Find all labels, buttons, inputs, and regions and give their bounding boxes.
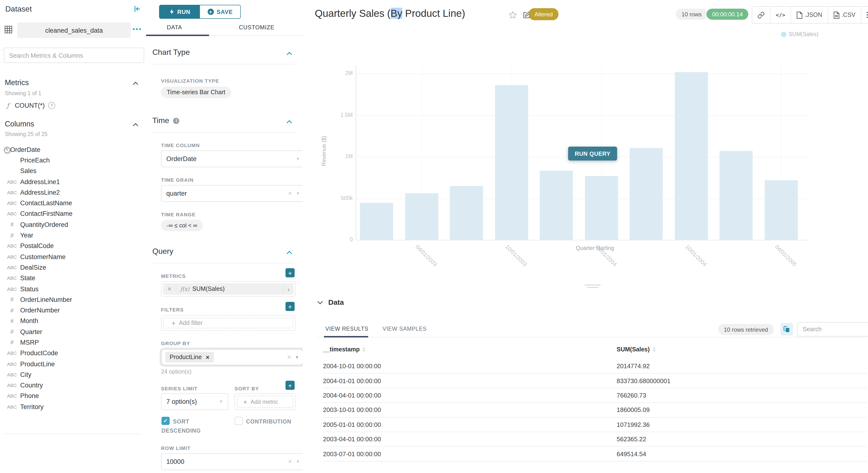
embed-code-button[interactable]: </> xyxy=(770,7,791,23)
column-list-item[interactable]: #OrderNumber xyxy=(4,305,141,316)
altered-badge[interactable]: Altered xyxy=(529,8,558,20)
export-csv-button[interactable]: .CSV xyxy=(828,7,861,23)
data-collapse-icon[interactable] xyxy=(317,301,323,305)
search-metrics-columns-input[interactable] xyxy=(4,48,144,63)
copy-link-button[interactable] xyxy=(752,7,770,23)
clear-icon[interactable]: ✕ xyxy=(287,354,291,360)
group-by-select[interactable]: ProductLine ✕ ✕ ▼ xyxy=(161,349,303,365)
column-list-item[interactable]: ABCAddressLine1 xyxy=(4,177,141,187)
query-collapse-icon[interactable] xyxy=(286,250,292,254)
column-list-item[interactable]: #Quarter xyxy=(4,326,141,337)
sort-icon[interactable] xyxy=(653,347,656,352)
bar-01/01/2003[interactable] xyxy=(360,203,393,240)
chart-title[interactable]: Quarterly Sales (By Product Line) xyxy=(315,8,465,19)
chart-type-collapse-icon[interactable] xyxy=(286,52,292,55)
bar-04/01/2003[interactable] xyxy=(405,193,438,240)
column-list-item[interactable]: OrderDate xyxy=(4,144,141,155)
bar-07/01/2003[interactable] xyxy=(450,186,483,240)
column-list-item[interactable]: ABCPostalCode xyxy=(4,241,141,251)
run-button[interactable]: RUN xyxy=(159,5,200,19)
checkbox-unchecked-icon[interactable] xyxy=(235,417,243,425)
bar-10/01/2004[interactable] xyxy=(675,72,708,240)
chevron-right-icon[interactable]: › xyxy=(283,285,294,293)
bar-04/01/2005[interactable] xyxy=(765,180,798,240)
table-row[interactable]: 2004-01-01 00:00:00833730.680000001 xyxy=(323,374,867,388)
panel-resize-handle[interactable] xyxy=(584,285,601,288)
table-row[interactable]: 2003-10-01 00:00:001860005.09 xyxy=(323,403,867,417)
time-collapse-icon[interactable] xyxy=(286,120,292,124)
dataset-more-icon[interactable]: ••• xyxy=(133,26,142,33)
timeseries-bar-chart[interactable]: SUM(Sales) Revenue ($) Quarter starting … xyxy=(303,26,868,281)
favorite-star-icon[interactable] xyxy=(508,10,517,19)
columns-collapse-icon[interactable] xyxy=(133,123,138,126)
metric-chip[interactable]: ✕ ƒ(x) SUM(Sales) › xyxy=(163,283,294,295)
dataset-name[interactable]: cleaned_sales_data xyxy=(17,23,131,38)
time-column-select[interactable]: OrderDate ▼ xyxy=(161,151,305,167)
metrics-collapse-icon[interactable] xyxy=(133,81,138,85)
contribution-checkbox[interactable]: CONTRIBUTION xyxy=(235,417,302,426)
group-by-chip[interactable]: ProductLine ✕ xyxy=(165,352,214,362)
column-list-item[interactable]: ABCProductLine xyxy=(4,358,141,370)
column-list-item[interactable]: #Year xyxy=(4,230,141,241)
add-metric-button[interactable]: + xyxy=(285,268,294,277)
add-filter-dropzone[interactable]: + Add filter xyxy=(163,318,293,328)
column-list-item[interactable]: PriceEach xyxy=(4,155,141,166)
chart-legend[interactable]: SUM(Sales) xyxy=(781,31,818,37)
table-row[interactable]: 2003-04-01 00:00:00562365.22 xyxy=(323,432,867,447)
table-row[interactable]: 2004-10-01 00:00:002014774.92 xyxy=(323,359,867,374)
column-list-item[interactable]: ABCCity xyxy=(4,369,141,380)
clear-icon[interactable]: ✕ xyxy=(288,459,292,465)
column-list-item[interactable]: Sales xyxy=(4,166,141,177)
copy-data-button[interactable] xyxy=(780,323,793,336)
bar-01/01/2005[interactable] xyxy=(719,151,753,240)
data-section-title[interactable]: Data xyxy=(328,298,344,306)
column-list-item[interactable]: #MSRP xyxy=(4,337,141,348)
data-search-input[interactable] xyxy=(797,322,868,337)
clear-icon[interactable]: ✕ xyxy=(288,190,292,197)
menu-button[interactable] xyxy=(861,7,868,23)
column-header-__timestamp[interactable]: __timestamp xyxy=(323,346,617,353)
column-list-item[interactable]: ABCState xyxy=(4,273,141,284)
column-list-item[interactable]: ABCPhone xyxy=(4,391,141,402)
column-list-item[interactable]: ABCAddressLine2 xyxy=(4,187,141,198)
column-list-item[interactable]: ABCTerritory xyxy=(4,401,141,412)
column-list-item[interactable]: ABCDealSize xyxy=(4,262,141,273)
save-button[interactable]: + SAVE xyxy=(199,5,241,19)
time-grain-select[interactable]: quarter ✕ ▼ xyxy=(161,185,305,202)
tab-view-results[interactable]: VIEW RESULTS xyxy=(326,326,368,332)
table-row[interactable]: 2004-04-01 00:00:00766260.73 xyxy=(323,388,867,403)
column-list-item[interactable]: ABCCountry xyxy=(4,380,141,391)
series-limit-select[interactable]: 7 option(s) ▼ xyxy=(161,393,228,410)
row-limit-select[interactable]: 10000 ✕ ▼ xyxy=(161,453,305,470)
tab-view-samples[interactable]: VIEW SAMPLES xyxy=(382,326,427,332)
table-row[interactable]: 2005-01-01 00:00:001071992.36 xyxy=(323,417,867,432)
column-list-item[interactable]: ABCCustomerName xyxy=(4,251,141,262)
remove-chip-icon[interactable]: ✕ xyxy=(206,354,210,360)
add-filter-button[interactable]: + xyxy=(285,302,294,311)
tab-data[interactable]: DATA xyxy=(167,24,182,31)
bar-07/01/2004[interactable] xyxy=(630,148,663,240)
remove-metric-icon[interactable]: ✕ xyxy=(163,286,176,292)
add-sort-metric-dropzone[interactable]: + Add metric xyxy=(237,396,293,408)
sort-icon[interactable] xyxy=(363,347,366,352)
column-list-item[interactable]: ABCStatus xyxy=(4,284,141,294)
column-list-item[interactable]: #QuantityOrdered xyxy=(4,219,141,230)
export-json-button[interactable]: .JSON xyxy=(791,7,828,23)
collapse-sidebar-icon[interactable] xyxy=(134,5,141,12)
column-list-item[interactable]: ABCContactLastName xyxy=(4,198,141,209)
checkbox-checked-icon[interactable]: ✓ xyxy=(161,417,170,425)
table-row[interactable]: 2003-07-01 00:00:00649514.54 xyxy=(323,447,867,462)
metric-item-count[interactable]: ƒ COUNT(*) ? xyxy=(7,102,55,109)
bar-04/01/2004[interactable] xyxy=(585,176,618,240)
sort-descending-checkbox[interactable]: ✓SORT DESCENDING xyxy=(161,417,210,435)
tab-customize[interactable]: CUSTOMIZE xyxy=(239,24,274,31)
help-icon[interactable]: ? xyxy=(48,102,55,109)
time-range-pill[interactable]: -∞ ≤ col < ∞ xyxy=(161,220,203,231)
bar-01/01/2004[interactable] xyxy=(540,171,573,240)
run-query-button[interactable]: RUN QUERY xyxy=(568,147,617,161)
add-sort-metric-button[interactable]: + xyxy=(285,381,294,390)
column-list-item[interactable]: #Month xyxy=(4,316,141,327)
column-list-item[interactable]: ABCProductCode xyxy=(4,348,141,358)
column-list-item[interactable]: ABCContactFirstName xyxy=(4,209,141,219)
column-list-item[interactable]: #OrderLineNumber xyxy=(4,294,141,305)
